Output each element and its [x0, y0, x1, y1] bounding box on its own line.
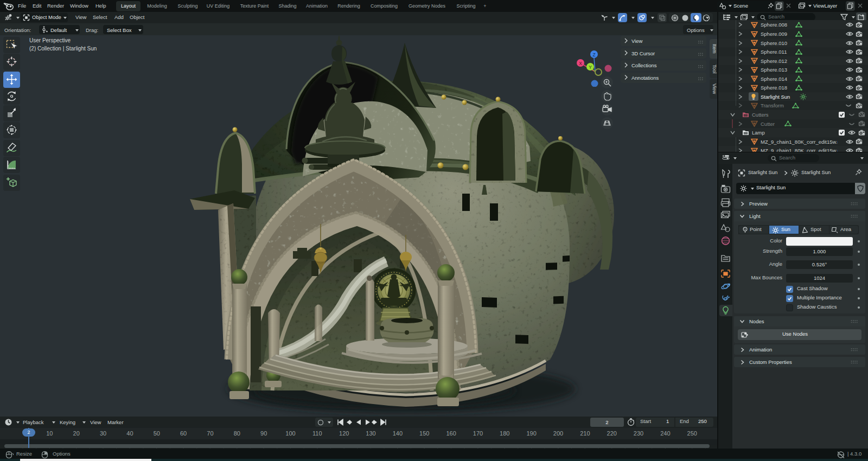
svg-text:90: 90 — [260, 430, 267, 437]
svg-text:210: 210 — [580, 430, 590, 437]
svg-text:Y: Y — [589, 65, 592, 70]
svg-text:60: 60 — [180, 430, 187, 437]
svg-text:180: 180 — [500, 430, 509, 437]
svg-text:140: 140 — [393, 430, 403, 437]
svg-text:30: 30 — [100, 430, 106, 437]
svg-text:120: 120 — [339, 430, 349, 437]
svg-text:170: 170 — [473, 430, 483, 437]
svg-text:230: 230 — [634, 430, 643, 437]
svg-text:190: 190 — [526, 430, 536, 437]
svg-text:130: 130 — [366, 430, 375, 437]
svg-text:X: X — [579, 61, 582, 66]
svg-text:200: 200 — [553, 430, 563, 437]
svg-text:150: 150 — [419, 430, 429, 437]
svg-text:100: 100 — [285, 430, 295, 437]
svg-text:70: 70 — [207, 430, 213, 437]
svg-text:80: 80 — [234, 430, 240, 437]
svg-text:40: 40 — [126, 430, 133, 437]
svg-text:50: 50 — [154, 430, 160, 437]
svg-text:20: 20 — [73, 430, 80, 437]
svg-text:220: 220 — [607, 430, 617, 437]
svg-text:110: 110 — [312, 430, 322, 437]
svg-text:Z: Z — [592, 52, 595, 57]
svg-text:250: 250 — [687, 430, 697, 437]
svg-text:240: 240 — [660, 430, 670, 437]
svg-text:10: 10 — [46, 430, 53, 437]
svg-text:160: 160 — [446, 430, 456, 437]
